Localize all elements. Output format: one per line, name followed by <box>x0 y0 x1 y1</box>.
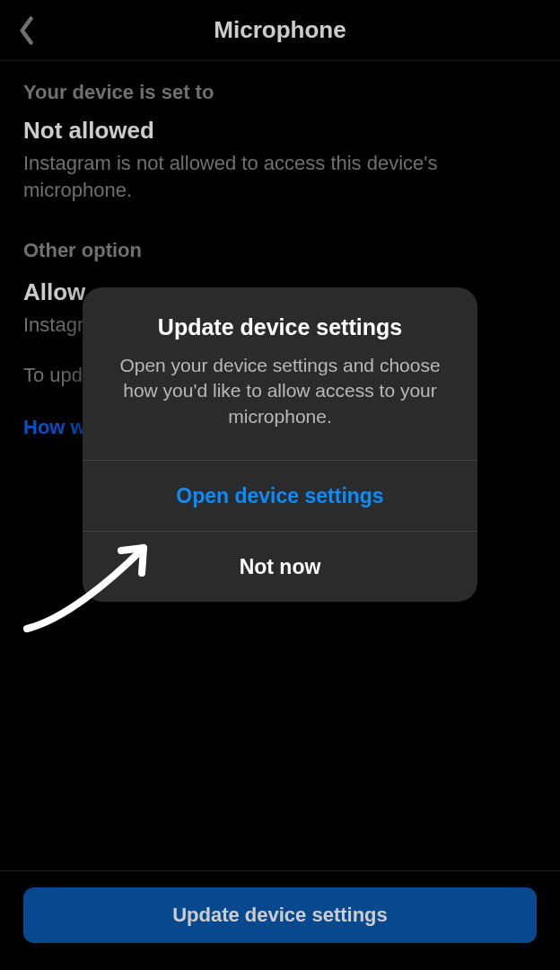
dialog-text: Open your device settings and choose how… <box>109 353 451 429</box>
open-device-settings-button[interactable]: Open device settings <box>83 461 477 531</box>
modal-overlay: Update device settings Open your device … <box>0 0 560 970</box>
dialog-body: Update device settings Open your device … <box>83 287 477 460</box>
not-now-button[interactable]: Not now <box>83 532 477 602</box>
dialog-title: Update device settings <box>109 314 451 340</box>
update-settings-dialog: Update device settings Open your device … <box>83 287 477 602</box>
